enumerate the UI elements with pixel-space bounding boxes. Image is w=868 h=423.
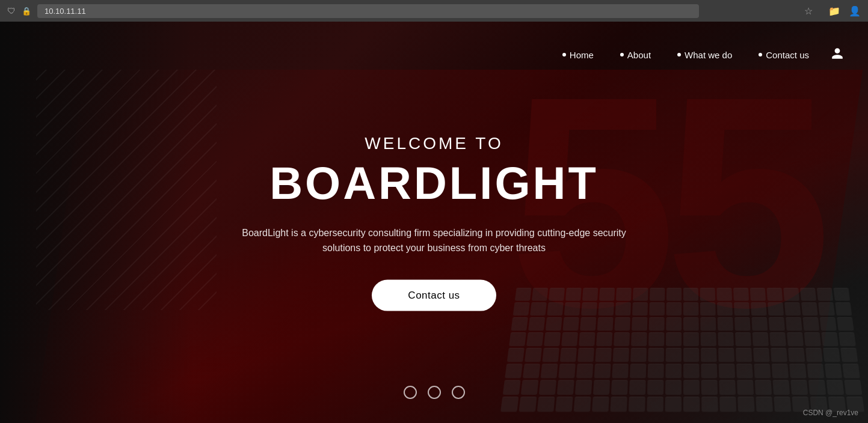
keyboard-key	[500, 397, 519, 412]
keyboard-key	[592, 397, 609, 412]
keyboard-key	[817, 288, 833, 300]
keyboard-key	[509, 332, 526, 346]
keyboard-key	[719, 397, 736, 412]
keyboard-key	[562, 317, 579, 330]
keyboard-key	[700, 317, 716, 330]
keyboard-key	[734, 302, 749, 315]
keyboard-key	[772, 364, 789, 378]
keyboard-key	[593, 380, 610, 395]
keyboard-key	[579, 332, 595, 346]
keyboard-key	[701, 380, 718, 395]
keyboard-key	[783, 288, 799, 300]
browser-chrome: 🛡 🔒 10.10.11.11 ☆ 📁 👤	[0, 0, 868, 22]
slide-dot-3[interactable]	[452, 386, 465, 399]
watermark: CSDN @_rev1ve	[803, 409, 858, 417]
hero-description: BoardLight is a cybersecurity consulting…	[230, 225, 639, 255]
keyboard-key	[561, 332, 578, 346]
hero-cta-button[interactable]: Contact us	[372, 279, 496, 311]
keyboard-key	[825, 364, 842, 378]
user-icon[interactable]	[831, 49, 844, 62]
keyboard-key	[755, 380, 772, 395]
keyboard-key	[542, 348, 559, 362]
keyboard-key	[840, 348, 858, 362]
nav-contact[interactable]: Contact us	[748, 45, 820, 65]
keyboard-key	[666, 317, 682, 330]
slide-indicators	[404, 386, 465, 399]
keyboard-key	[800, 288, 816, 300]
keyboard-key	[594, 364, 611, 378]
nav-dot-home	[562, 53, 566, 56]
keyboard-key	[700, 288, 715, 300]
keyboard-key	[839, 332, 856, 346]
keyboard-key	[733, 288, 749, 300]
slide-dot-1[interactable]	[404, 386, 417, 399]
keyboard-key	[683, 332, 699, 346]
keyboard-key	[784, 302, 801, 315]
profile-icon[interactable]: 👤	[849, 5, 861, 17]
keyboard-key	[649, 317, 665, 330]
keyboard-key	[648, 364, 664, 378]
keyboard-key	[719, 364, 735, 378]
nav-home[interactable]: Home	[552, 45, 605, 65]
keyboard-key	[786, 317, 802, 330]
keyboard-key	[754, 364, 771, 378]
keyboard-key	[683, 317, 699, 330]
keyboard-key	[753, 332, 769, 346]
keyboard-key	[544, 332, 561, 346]
keyboard-key	[820, 317, 837, 330]
keyboard-key	[818, 302, 835, 315]
keyboard-key	[683, 380, 700, 395]
keyboard-key	[753, 348, 770, 362]
keyboard-key	[771, 348, 787, 362]
keyboard-key	[576, 364, 593, 378]
nav-about[interactable]: About	[609, 45, 662, 65]
keyboard-key	[701, 364, 717, 378]
keyboard-key	[630, 348, 647, 362]
keyboard-key	[541, 364, 558, 378]
keyboard-key	[612, 364, 629, 378]
keyboard-key	[505, 364, 522, 378]
keyboard-key	[790, 380, 808, 395]
keyboard-key	[842, 364, 860, 378]
nav-links: Home About What we do Contact us	[552, 45, 844, 65]
keyboard-key	[769, 317, 785, 330]
keyboard-key	[774, 397, 791, 412]
keyboard-key	[521, 380, 538, 395]
keyboard-key	[648, 348, 664, 362]
keyboard-key	[629, 397, 645, 412]
keyboard-key	[833, 288, 850, 300]
keyboard-key	[614, 332, 630, 346]
keyboard-key	[580, 317, 596, 330]
keyboard-key	[837, 317, 854, 330]
hero-content: WELCOME TO BOARDLIGHT BoardLight is a cy…	[194, 134, 675, 311]
hero-title: BOARDLIGHT	[194, 158, 675, 208]
keyboard-key	[519, 397, 537, 412]
keyboard-key	[611, 380, 628, 395]
nav-dot-what-we-do	[677, 53, 681, 56]
keyboard-key	[719, 380, 736, 395]
keyboard-key	[666, 332, 682, 346]
keyboard-key	[787, 332, 804, 346]
keyboard-key	[807, 364, 825, 378]
keyboard-key	[718, 348, 734, 362]
keyboard-key	[801, 302, 817, 315]
keyboard-key	[751, 317, 768, 330]
nav-about-label: About	[627, 50, 651, 60]
keyboard-key	[648, 332, 664, 346]
keyboard-key	[826, 380, 844, 395]
keyboard-key	[523, 364, 540, 378]
pocket-icon[interactable]: 📁	[828, 5, 840, 17]
keyboard-key	[735, 332, 751, 346]
star-icon[interactable]: ☆	[804, 5, 813, 17]
keyboard-key	[555, 397, 573, 412]
nav-what-we-do-label: What we do	[685, 50, 732, 60]
keyboard-key	[835, 302, 852, 315]
keyboard-key	[736, 348, 752, 362]
nav-what-we-do[interactable]: What we do	[666, 45, 743, 65]
slide-dot-2[interactable]	[428, 386, 441, 399]
keyboard-key	[769, 332, 786, 346]
keyboard-key	[767, 288, 783, 300]
keyboard-key	[802, 317, 819, 330]
url-bar[interactable]: 10.10.11.11	[37, 4, 699, 18]
website: 55 Home About What	[0, 22, 868, 423]
